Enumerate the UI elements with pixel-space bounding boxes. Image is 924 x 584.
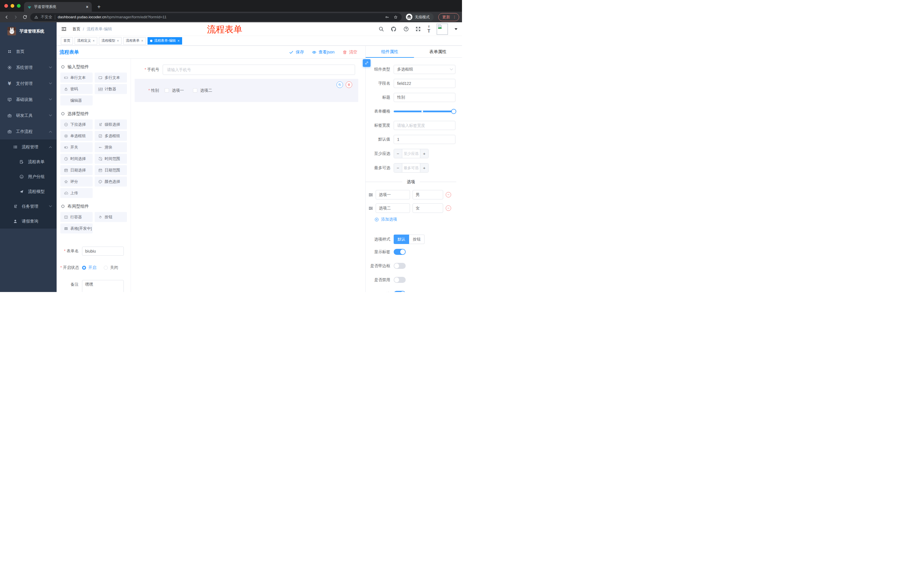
help-icon[interactable]: [403, 26, 409, 32]
component-item[interactable]: 开关: [60, 142, 92, 152]
remove-option-button[interactable]: [446, 192, 451, 197]
github-icon[interactable]: [391, 26, 397, 32]
browser-update-button[interactable]: 更新 ⋮: [438, 13, 459, 21]
option-style-button[interactable]: 按钮: [409, 235, 424, 244]
component-type-select[interactable]: [394, 65, 455, 74]
stepper-plus-button[interactable]: +: [420, 149, 428, 158]
sidebar-item-system[interactable]: 系统管理: [0, 59, 57, 76]
slider-handle[interactable]: [451, 109, 456, 114]
component-item[interactable]: 日期范围: [95, 165, 127, 175]
tab-close-icon[interactable]: ×: [117, 39, 119, 43]
default-value-input[interactable]: [394, 135, 455, 144]
security-warning-icon[interactable]: [34, 15, 38, 19]
save-button[interactable]: 保存: [289, 49, 304, 55]
gender-checkbox-option[interactable]: 选项二: [193, 88, 212, 93]
sidebar-item-workflow[interactable]: 工作流程: [0, 123, 57, 140]
sidebar-item-home[interactable]: 首页: [0, 43, 57, 59]
browser-tab[interactable]: 芋道管理系统 ×: [24, 2, 92, 12]
switch-required[interactable]: [394, 291, 406, 292]
phone-input[interactable]: [163, 64, 355, 75]
component-item[interactable]: 滑块: [95, 142, 127, 152]
delete-component-button[interactable]: [346, 81, 352, 88]
component-item[interactable]: 多选框组: [95, 131, 127, 141]
component-item[interactable]: 123 计数器: [95, 84, 127, 94]
view-json-button[interactable]: 查看json: [312, 49, 335, 55]
maximize-window-button[interactable]: [17, 4, 21, 8]
back-icon[interactable]: [3, 13, 10, 21]
label-width-input[interactable]: [394, 121, 455, 130]
tab-home[interactable]: 首页 ×: [61, 37, 73, 44]
tab-close-icon[interactable]: ×: [92, 39, 95, 43]
tab-process-form[interactable]: 流程表单 ×: [123, 37, 146, 44]
sidebar-item-devtools[interactable]: 研发工具: [0, 107, 57, 123]
stepper-minus-button[interactable]: −: [394, 149, 402, 158]
component-item[interactable]: 级联选择: [95, 119, 127, 130]
hamburger-icon[interactable]: [57, 26, 71, 32]
forward-icon[interactable]: [12, 13, 20, 21]
component-item[interactable]: 单行文本: [60, 72, 92, 82]
component-item[interactable]: 下拉选择: [60, 119, 92, 130]
remark-textarea[interactable]: 嘿嘿: [82, 280, 124, 292]
component-item[interactable]: 上传: [60, 188, 92, 198]
bookmark-star-icon[interactable]: [394, 15, 398, 19]
window-controls[interactable]: [4, 4, 21, 8]
tab-component-props[interactable]: 组件属性: [366, 46, 414, 58]
copy-component-button[interactable]: [337, 81, 343, 88]
component-item[interactable]: 评分: [60, 176, 92, 187]
sidebar-item-task-mgmt[interactable]: 任务管理: [0, 199, 57, 214]
component-item[interactable]: 时间范围: [95, 154, 127, 164]
sidebar-item-leave-query[interactable]: 请假查询: [0, 214, 57, 229]
status-off-label[interactable]: 关闭: [110, 265, 118, 270]
sidebar-item-process-model[interactable]: 流程模型: [0, 184, 57, 199]
checkbox-icon[interactable]: [165, 88, 169, 92]
component-item[interactable]: 颜色选择: [95, 176, 127, 187]
tab-close-icon[interactable]: ×: [141, 39, 143, 43]
minimize-window-button[interactable]: [11, 4, 14, 8]
option-label-input[interactable]: [376, 204, 410, 213]
switch-disabled[interactable]: [394, 277, 406, 283]
remove-option-button[interactable]: [446, 206, 451, 211]
field-name-input[interactable]: [394, 79, 455, 88]
clear-button[interactable]: 清空: [343, 49, 357, 55]
avatar[interactable]: [437, 23, 448, 35]
radio-off-icon[interactable]: [104, 266, 108, 270]
option-style-default[interactable]: 默认: [394, 235, 409, 244]
form-grid-slider[interactable]: [394, 107, 455, 116]
font-size-icon[interactable]: тT: [427, 25, 430, 34]
component-item[interactable]: 日期选择: [60, 165, 92, 175]
sidebar-item-process-mgmt[interactable]: 流程管理: [0, 140, 57, 154]
tab-close-icon[interactable]: ×: [86, 5, 88, 9]
checkbox-icon[interactable]: [193, 88, 197, 92]
stepper-plus-button[interactable]: +: [420, 163, 428, 172]
status-on-label[interactable]: 开启: [88, 265, 96, 270]
avatar-dropdown-caret-icon[interactable]: [455, 28, 457, 30]
fullscreen-icon[interactable]: [416, 26, 421, 32]
reload-icon[interactable]: [21, 13, 29, 21]
component-item[interactable]: 行容器: [60, 212, 92, 222]
component-item[interactable]: 表格[开发中]: [60, 224, 92, 234]
browser-menu-icon[interactable]: ⋮: [452, 15, 456, 19]
form-name-input[interactable]: [82, 247, 124, 256]
option-value-input[interactable]: [412, 204, 443, 213]
component-item[interactable]: 按钮: [95, 212, 127, 222]
search-icon[interactable]: [378, 26, 384, 32]
gender-checkbox-option[interactable]: 选项一: [165, 88, 184, 93]
sidebar-logo[interactable]: 芋道管理系统: [0, 22, 57, 40]
option-value-input[interactable]: [412, 190, 443, 199]
switch-show-label[interactable]: [394, 249, 406, 255]
tab-close-icon[interactable]: ×: [178, 39, 180, 43]
add-option-button[interactable]: 添加选项: [375, 217, 456, 222]
new-tab-button[interactable]: +: [95, 3, 103, 11]
radio-on-icon[interactable]: [82, 266, 86, 270]
sidebar-item-payment[interactable]: ¥ 支付管理: [0, 76, 57, 91]
tab-process-model[interactable]: 流程模型 ×: [99, 37, 122, 44]
title-input[interactable]: [394, 93, 455, 102]
phone-field-row[interactable]: 手机号: [135, 64, 355, 75]
drag-handle-icon[interactable]: [368, 192, 373, 197]
sidebar-item-process-form[interactable]: 流程表单: [0, 154, 57, 169]
tab-form-props[interactable]: 表单属性: [414, 46, 462, 58]
drag-handle-icon[interactable]: [368, 206, 373, 211]
sidebar-item-infra[interactable]: 基础设施: [0, 91, 57, 107]
stepper-minus-button[interactable]: −: [394, 163, 402, 172]
close-window-button[interactable]: [4, 4, 8, 8]
